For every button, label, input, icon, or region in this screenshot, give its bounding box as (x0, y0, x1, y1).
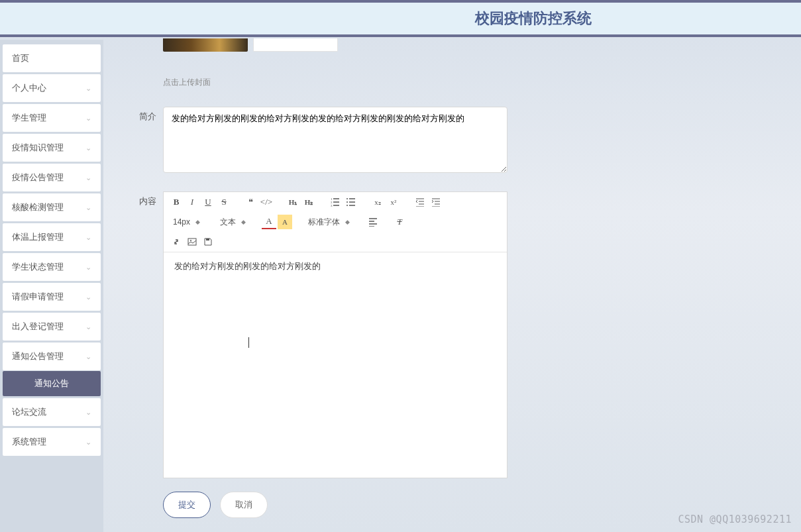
sidebar-item-leave[interactable]: 请假申请管理 ⌄ (3, 283, 101, 311)
sidebar-item-students[interactable]: 学生管理 ⌄ (3, 104, 101, 132)
font-family-value: 标准字体 (308, 217, 340, 228)
font-size-select[interactable]: 14px ◆ (169, 216, 204, 228)
outdent-icon[interactable] (413, 195, 427, 209)
cancel-button[interactable]: 取消 (220, 492, 268, 518)
sidebar-item-label: 请假申请管理 (12, 291, 64, 303)
link-icon[interactable] (169, 235, 184, 249)
sidebar-item-label: 个人中心 (12, 82, 46, 94)
chevron-down-icon: ⌄ (85, 233, 91, 242)
cover-upload-row (163, 38, 781, 52)
header: 校园疫情防控系统 (0, 3, 801, 37)
chevron-down-icon: ⌄ (85, 144, 91, 152)
font-family-select[interactable]: 标准字体 ◆ (304, 215, 354, 229)
app-title: 校园疫情防控系统 (475, 9, 592, 28)
sidebar-item-access[interactable]: 出入登记管理 ⌄ (3, 313, 101, 341)
watermark: CSDN @QQ1039692211 (678, 513, 792, 525)
chevron-down-icon: ⌄ (85, 323, 91, 331)
sidebar-sub-notice[interactable]: 通知公告 (3, 371, 101, 396)
svg-point-3 (347, 198, 348, 199)
sidebar-item-label: 学生管理 (12, 112, 46, 124)
quote-icon[interactable]: ❝ (243, 195, 258, 209)
sidebar-item-label: 论坛交流 (12, 406, 46, 418)
sidebar-item-knowledge[interactable]: 疫情知识管理 ⌄ (3, 134, 101, 162)
font-color-icon[interactable]: A (262, 215, 276, 229)
cover-thumbnail[interactable] (163, 38, 248, 52)
strike-icon[interactable]: S (217, 195, 231, 209)
editor-toolbar: B I U S ❝ </> H₁ H₂ 123 x₂ x² (164, 192, 507, 252)
italic-icon[interactable]: I (185, 195, 199, 209)
main-content: 点击上传封面 简介 内容 B I U S ❝ </> H₁ H₂ 123 (103, 40, 801, 532)
editor-content: 发的给对方刚发的刚发的给对方刚发的 (174, 261, 321, 271)
unordered-list-icon[interactable] (344, 195, 358, 209)
chevron-down-icon: ⌄ (85, 352, 91, 361)
intro-row: 简介 (123, 107, 781, 173)
text-style-value: 文本 (220, 217, 236, 228)
sidebar-item-home[interactable]: 首页 (3, 44, 101, 72)
chevron-down-icon: ⌄ (85, 114, 91, 123)
ordered-list-icon[interactable]: 123 (328, 195, 343, 209)
svg-point-4 (347, 201, 348, 203)
bg-color-icon[interactable]: A (278, 215, 292, 229)
chevron-down-icon: ⌄ (85, 263, 91, 272)
submit-button[interactable]: 提交 (163, 492, 211, 518)
sidebar-item-system[interactable]: 系统管理 ⌄ (3, 428, 101, 456)
save-icon[interactable] (201, 235, 215, 249)
chevron-down-icon: ⌄ (85, 174, 91, 182)
font-size-value: 14px (173, 217, 190, 227)
intro-label: 简介 (123, 107, 163, 173)
content-row: 内容 B I U S ❝ </> H₁ H₂ 123 (123, 191, 781, 478)
sidebar-item-label: 疫情知识管理 (12, 142, 64, 154)
sidebar-item-label: 疫情公告管理 (12, 172, 64, 184)
chevron-down-icon: ⌄ (85, 438, 91, 447)
sidebar-item-label: 系统管理 (12, 436, 46, 448)
svg-point-7 (190, 240, 191, 241)
sidebar-item-notice[interactable]: 通知公告管理 ⌄ (3, 343, 101, 370)
caret-icon: ◆ (345, 219, 350, 225)
sidebar-item-status[interactable]: 学生状态管理 ⌄ (3, 253, 101, 281)
subscript-icon[interactable]: x₂ (370, 195, 385, 209)
rich-editor: B I U S ❝ </> H₁ H₂ 123 x₂ x² (163, 191, 507, 478)
chevron-down-icon: ⌄ (85, 203, 91, 212)
editor-body[interactable]: 发的给对方刚发的刚发的给对方刚发的 (164, 252, 507, 478)
sidebar-item-label: 首页 (12, 52, 29, 64)
chevron-down-icon: ⌄ (85, 84, 91, 93)
sidebar-item-label: 学生状态管理 (12, 261, 64, 273)
superscript-icon[interactable]: x² (386, 195, 401, 209)
svg-text:3: 3 (331, 204, 333, 207)
sidebar-item-label: 出入登记管理 (12, 321, 64, 333)
align-icon[interactable] (366, 215, 380, 229)
svg-rect-8 (206, 239, 209, 240)
caret-icon: ◆ (195, 219, 200, 225)
chevron-down-icon: ⌄ (85, 293, 91, 301)
sidebar-item-nucleic[interactable]: 核酸检测管理 ⌄ (3, 193, 101, 221)
indent-icon[interactable] (429, 195, 443, 209)
bold-icon[interactable]: B (169, 195, 184, 209)
code-icon[interactable]: </> (259, 195, 274, 209)
intro-textarea[interactable] (163, 107, 507, 173)
sidebar-item-label: 体温上报管理 (12, 231, 64, 243)
content-label: 内容 (123, 191, 163, 478)
clear-format-icon[interactable]: T (392, 215, 407, 229)
h1-icon[interactable]: H₁ (286, 195, 300, 209)
svg-point-5 (347, 205, 348, 206)
text-style-select[interactable]: 文本 ◆ (216, 215, 250, 229)
sidebar-item-profile[interactable]: 个人中心 ⌄ (3, 74, 101, 102)
caret-icon: ◆ (241, 219, 246, 225)
sidebar: 首页 个人中心 ⌄ 学生管理 ⌄ 疫情知识管理 ⌄ 疫情公告管理 ⌄ 核酸检测管… (0, 40, 103, 532)
sidebar-item-label: 核酸检测管理 (12, 201, 64, 213)
sidebar-item-announce[interactable]: 疫情公告管理 ⌄ (3, 164, 101, 191)
cover-upload-slot[interactable] (253, 38, 338, 52)
sidebar-sub-label: 通知公告 (34, 378, 69, 390)
sidebar-item-label: 通知公告管理 (12, 350, 64, 362)
h2-icon[interactable]: H₂ (301, 195, 316, 209)
underline-icon[interactable]: U (201, 195, 215, 209)
chevron-down-icon: ⌄ (85, 408, 91, 417)
sidebar-item-temperature[interactable]: 体温上报管理 ⌄ (3, 223, 101, 251)
upload-hint: 点击上传封面 (163, 77, 781, 88)
text-cursor-icon (248, 337, 249, 348)
image-icon[interactable] (185, 235, 199, 249)
sidebar-item-forum[interactable]: 论坛交流 ⌄ (3, 398, 101, 426)
